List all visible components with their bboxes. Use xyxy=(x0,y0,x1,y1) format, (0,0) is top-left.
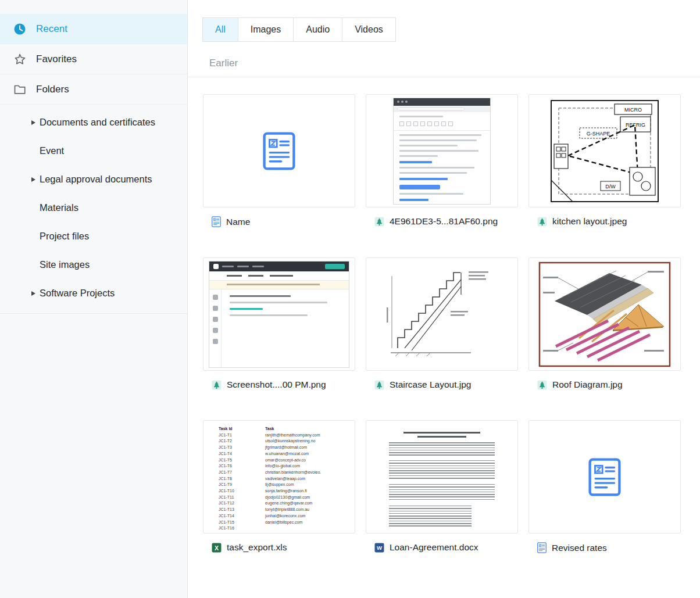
folder-label: Materials xyxy=(40,202,78,213)
xls-row: JC1-T11djodjo02130@gmail.com xyxy=(219,495,355,501)
file-name[interactable]: Staircase Layout.jpg xyxy=(390,379,471,390)
app-window: Recent Favorites Folders Documents and c… xyxy=(0,0,700,598)
file-label: kitchen layout.jpeg xyxy=(537,216,681,227)
folder-item-materials[interactable]: Materials xyxy=(0,194,187,222)
writer-document-icon xyxy=(263,132,295,170)
xls-row: JC1-T12eugene.ching@qavar.com xyxy=(219,500,355,507)
folder-item-documents-and-certificates[interactable]: Documents and certificates xyxy=(0,108,187,137)
sidebar-item-label: Favorites xyxy=(36,53,77,65)
file-label: Screenshot....00 PM.png xyxy=(212,379,355,390)
tab-videos[interactable]: Videos xyxy=(342,17,396,42)
xls-row: JC1-T8vadivelan@leaap.com xyxy=(219,476,355,482)
file-thumbnail[interactable]: Task IdTask JC1-T1ranjith@themathcompany… xyxy=(203,420,355,533)
expand-caret-icon[interactable] xyxy=(31,177,40,182)
clock-icon xyxy=(13,22,27,36)
file-card: Revised rates xyxy=(528,420,681,553)
file-card: Loan-Agreement.docx xyxy=(366,420,518,553)
folder-item-event[interactable]: Event xyxy=(0,137,187,165)
file-label: Staircase Layout.jpg xyxy=(374,379,518,390)
file-name[interactable]: Name xyxy=(226,217,250,227)
file-grid: Name xyxy=(203,94,700,553)
file-thumbnail[interactable] xyxy=(366,257,518,371)
file-card: MICRO REFRIG G-SHAPE xyxy=(528,94,681,227)
file-name[interactable]: Roof Diagram.jpg xyxy=(552,379,623,390)
main-content: All Images Audio Videos Earlier Name xyxy=(188,0,700,598)
app-screenshot-thumbnail xyxy=(209,261,349,368)
folder-item-legal-approval-documents[interactable]: Legal approval documents xyxy=(0,165,187,194)
xls-row: JC1-T5omar@concept-adv.co xyxy=(219,457,355,464)
folder-item-site-images[interactable]: Site images xyxy=(0,250,187,279)
tab-bar: All Images Audio Videos xyxy=(202,17,700,42)
folder-label: Legal approval documents xyxy=(40,174,152,185)
file-card: Name xyxy=(203,94,355,227)
file-thumbnail[interactable] xyxy=(366,94,518,207)
folder-label: Documents and certificates xyxy=(40,117,155,128)
file-thumbnail[interactable] xyxy=(203,94,355,207)
file-label: 4E961DE3-5...81AF60.png xyxy=(374,216,518,227)
svg-text:G-SHAPE: G-SHAPE xyxy=(587,131,610,137)
file-card: Roof Diagram.jpg xyxy=(528,257,681,390)
sidebar-item-folders[interactable]: Folders xyxy=(0,74,187,105)
xls-row: JC1-T15daniel@billspec.com xyxy=(219,520,355,526)
image-tree-icon xyxy=(212,380,222,390)
document-thumbnail xyxy=(389,428,495,526)
xls-row: JC1-T14junhai@koreconx.com xyxy=(219,513,355,520)
file-thumbnail[interactable] xyxy=(203,257,355,371)
image-tree-icon xyxy=(374,217,384,227)
file-card: Screenshot....00 PM.png xyxy=(203,257,355,390)
file-label: Roof Diagram.jpg xyxy=(537,379,681,390)
file-label: Revised rates xyxy=(537,542,681,553)
file-thumbnail[interactable] xyxy=(366,420,518,533)
xls-row: JC1-T9lij@suppex.com xyxy=(219,482,355,488)
writer-document-icon xyxy=(588,458,621,496)
roof-diagram-thumbnail xyxy=(538,262,671,367)
xls-row: JC1-T10sonja.farling@ranson.fi xyxy=(219,488,355,495)
folder-icon xyxy=(13,83,27,96)
writer-doc-icon xyxy=(537,542,547,553)
xls-row: JC1-T3jfgrimard@hotmail.com xyxy=(219,445,355,451)
xls-header-row: Task IdTask xyxy=(219,426,355,432)
folder-label: Event xyxy=(40,145,64,156)
expand-caret-icon[interactable] xyxy=(31,120,40,125)
file-card: Task IdTask JC1-T1ranjith@themathcompany… xyxy=(203,420,355,553)
file-thumbnail[interactable] xyxy=(528,257,681,371)
file-name[interactable]: task_export.xls xyxy=(227,542,287,553)
word-file-icon xyxy=(374,543,384,553)
folder-label: Software Projects xyxy=(40,288,115,299)
tab-all[interactable]: All xyxy=(202,17,238,42)
file-name[interactable]: kitchen layout.jpeg xyxy=(552,216,627,227)
kitchen-layout-thumbnail: MICRO REFRIG G-SHAPE xyxy=(549,99,660,203)
file-name[interactable]: Screenshot....00 PM.png xyxy=(227,379,326,390)
sidebar-item-favorites[interactable]: Favorites xyxy=(0,44,187,74)
browser-screenshot-thumbnail xyxy=(393,98,491,205)
star-icon xyxy=(13,52,27,66)
file-name[interactable]: 4E961DE3-5...81AF60.png xyxy=(390,216,498,227)
xls-row: JC1-T1ranjith@themathcompany.com xyxy=(219,432,355,439)
staircase-drawing-thumbnail xyxy=(384,262,500,367)
section-label: Earlier xyxy=(209,58,700,69)
folder-item-project-files[interactable]: Project files xyxy=(0,222,187,250)
tab-audio[interactable]: Audio xyxy=(293,17,342,42)
file-label: Loan-Agreement.docx xyxy=(374,542,518,553)
xls-row: JC1-T2utsol@kunnskapstrening.no xyxy=(219,438,355,445)
excel-file-icon xyxy=(212,543,222,553)
file-thumbnail[interactable]: MICRO REFRIG G-SHAPE xyxy=(528,94,681,207)
file-thumbnail[interactable] xyxy=(528,420,681,533)
sidebar-item-recent[interactable]: Recent xyxy=(0,14,187,44)
file-label: Name xyxy=(212,216,355,227)
folder-list: Documents and certificates Event Legal a… xyxy=(0,105,187,314)
sidebar-item-label: Folders xyxy=(36,84,69,95)
xls-row: JC1-T16 xyxy=(219,525,355,532)
folder-label: Site images xyxy=(40,259,90,270)
tab-images[interactable]: Images xyxy=(238,17,294,42)
xls-row: JC1-T6info@io-global.com xyxy=(219,463,355,470)
expand-caret-icon[interactable] xyxy=(31,291,40,296)
file-name[interactable]: Revised rates xyxy=(552,543,607,553)
writer-doc-icon xyxy=(212,216,221,227)
file-name[interactable]: Loan-Agreement.docx xyxy=(390,542,478,553)
image-tree-icon xyxy=(537,217,547,227)
file-label: task_export.xls xyxy=(212,542,355,553)
sidebar-item-label: Recent xyxy=(36,23,67,35)
folder-item-software-projects[interactable]: Software Projects xyxy=(0,279,187,307)
sidebar: Recent Favorites Folders Documents and c… xyxy=(0,0,188,598)
